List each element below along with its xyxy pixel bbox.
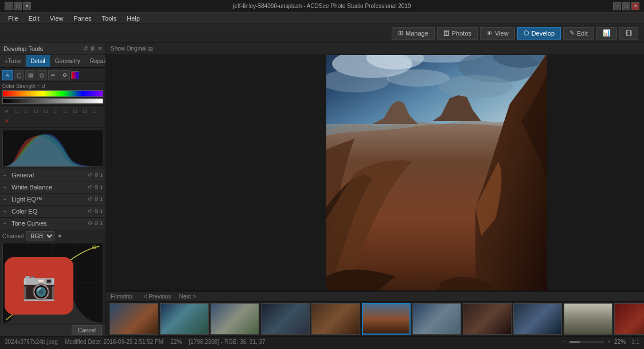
minimize-btn[interactable]: ─ bbox=[5, 2, 13, 10]
bw-strip[interactable] bbox=[2, 98, 103, 104]
chart-btn[interactable]: 📊 bbox=[596, 27, 617, 40]
leq-settings-icon[interactable]: ⚙ bbox=[94, 196, 99, 202]
menu-help[interactable]: Help bbox=[122, 14, 145, 23]
ceq-settings-icon[interactable]: ⚙ bbox=[94, 208, 99, 214]
maximize-btn[interactable]: □ bbox=[14, 2, 22, 10]
edit-tool-7[interactable]: □ bbox=[61, 107, 70, 116]
radial-tool[interactable]: ◎ bbox=[37, 70, 47, 80]
thumbnail-1[interactable] bbox=[110, 303, 158, 335]
thumbnail-9[interactable] bbox=[513, 303, 562, 335]
general-info-icon[interactable]: ℹ bbox=[100, 172, 102, 178]
close-btn-2[interactable]: ✕ bbox=[631, 2, 639, 10]
film-btn[interactable]: 🎞 bbox=[619, 27, 638, 40]
zoom-plus-btn[interactable]: + bbox=[607, 339, 611, 345]
menu-panes[interactable]: Panes bbox=[69, 14, 96, 23]
histogram bbox=[2, 130, 103, 167]
image-container[interactable] bbox=[106, 55, 644, 290]
edit-tool-10[interactable]: □ bbox=[90, 107, 99, 116]
color-picker[interactable] bbox=[71, 71, 79, 79]
thumbnail-5[interactable] bbox=[311, 303, 360, 335]
settings2-icon[interactable]: ⚙ bbox=[60, 70, 70, 80]
close-panel-icon[interactable]: ✕ bbox=[97, 45, 102, 52]
zoom-fit-btn[interactable]: 1:1 bbox=[631, 339, 639, 345]
image-toolbar: Show Original ▤ bbox=[106, 42, 644, 55]
camera-large-icon: 📷 bbox=[22, 270, 56, 302]
eye-icon: 👁 bbox=[486, 30, 493, 37]
menu-edit[interactable]: Edit bbox=[24, 14, 44, 23]
left-panel: Develop Tools ↺ ⚙ ✕ + Tune Detail Geomet… bbox=[0, 42, 106, 336]
svg-point-17 bbox=[438, 75, 513, 98]
edit-tool-red[interactable]: ✕ bbox=[2, 117, 11, 126]
maximize-btn-2[interactable]: □ bbox=[622, 2, 630, 10]
color-spectrum[interactable] bbox=[2, 90, 103, 97]
cancel-button[interactable]: Cancel bbox=[72, 325, 102, 335]
wb-reset-icon[interactable]: ↺ bbox=[88, 184, 92, 190]
edit-tool-1[interactable]: ✓ bbox=[2, 107, 11, 116]
view-btn[interactable]: 👁 View bbox=[480, 27, 515, 40]
minimize-btn-2[interactable]: ─ bbox=[613, 2, 621, 10]
tc-settings-icon[interactable]: ⚙ bbox=[88, 220, 92, 226]
edit-tool-5[interactable]: □ bbox=[41, 107, 50, 116]
gradient-tool[interactable]: ▤ bbox=[25, 70, 36, 80]
leq-info-icon[interactable]: ℹ bbox=[100, 196, 102, 202]
edit-tool-8[interactable]: □ bbox=[71, 107, 80, 116]
thumbnail-10[interactable] bbox=[564, 303, 612, 335]
zoom-slider[interactable] bbox=[569, 341, 604, 343]
menu-view[interactable]: View bbox=[45, 14, 68, 23]
settings-icon[interactable]: ⚙ bbox=[90, 45, 95, 52]
top-toolbar: ⊞ Manage 🖼 Photos 👁 View ⬡ Develop ✎ Edi… bbox=[0, 24, 644, 42]
wb-info-icon[interactable]: ℹ bbox=[100, 184, 102, 190]
general-settings-icon[interactable]: ⚙ bbox=[94, 172, 99, 178]
menu-tools[interactable]: Tools bbox=[97, 14, 122, 23]
status-zoom: 22% bbox=[170, 339, 182, 345]
thumbnail-current[interactable] bbox=[362, 303, 411, 335]
ceq-info-icon[interactable]: ℹ bbox=[100, 208, 102, 214]
general-reset-icon[interactable]: ↺ bbox=[88, 172, 92, 178]
zoom-minus-btn[interactable]: − bbox=[563, 339, 566, 345]
edit-tool-4[interactable]: □ bbox=[32, 107, 41, 116]
menu-file[interactable]: File bbox=[3, 14, 23, 23]
thumbnail-2[interactable] bbox=[160, 303, 209, 335]
tab-detail[interactable]: Detail bbox=[26, 55, 50, 67]
thumbnail-7[interactable] bbox=[412, 303, 461, 335]
develop-btn[interactable]: ⬡ Develop bbox=[517, 27, 561, 40]
brush-tool[interactable]: A bbox=[2, 70, 13, 80]
close-btn[interactable]: ✕ bbox=[23, 2, 31, 10]
adj-leq-header[interactable]: + Light EQ™ ↺ ⚙ ℹ bbox=[0, 193, 106, 205]
tc-extra-icon[interactable]: ⚙ bbox=[94, 220, 99, 226]
thumbnail-11[interactable] bbox=[614, 303, 644, 335]
edit-tool-2[interactable]: □ bbox=[12, 107, 21, 116]
ceq-reset-icon[interactable]: ↺ bbox=[88, 208, 92, 214]
thumbnail-3[interactable] bbox=[210, 303, 259, 335]
adj-ceq-header[interactable]: + Color EQ ↺ ⚙ ℹ bbox=[0, 205, 106, 217]
tc-info-icon[interactable]: ℹ bbox=[100, 220, 102, 226]
edit-tool-6[interactable]: □ bbox=[51, 107, 60, 116]
manage-btn[interactable]: ⊞ Manage bbox=[392, 27, 435, 40]
prev-btn[interactable]: < Previous bbox=[142, 293, 174, 300]
edit-tool-3[interactable]: □ bbox=[22, 107, 31, 116]
channel-select[interactable]: RGB bbox=[26, 231, 54, 241]
pen-tool[interactable]: ✏ bbox=[48, 70, 58, 80]
wb-settings-icon[interactable]: ⚙ bbox=[94, 184, 99, 190]
channel-more-icon[interactable]: ▼ bbox=[57, 233, 63, 239]
status-dimensions: 3024x3767x24b.jpeg bbox=[5, 339, 58, 345]
tab-geometry[interactable]: Geometry bbox=[50, 55, 85, 67]
adj-tc-header[interactable]: − Tone Curves ⚙ ⚙ ℹ bbox=[0, 218, 106, 229]
adj-wb-header[interactable]: + White Balance ↺ ⚙ ℹ bbox=[0, 181, 106, 193]
tab-tune[interactable]: + Tune bbox=[0, 55, 26, 67]
thumbnail-4[interactable] bbox=[261, 303, 310, 335]
show-original-btn[interactable]: Show Original ▤ bbox=[111, 45, 153, 52]
adj-general-header[interactable]: + General ↺ ⚙ ℹ bbox=[0, 169, 106, 181]
edit-tool-9[interactable]: □ bbox=[80, 107, 89, 116]
select-tool[interactable]: ▢ bbox=[14, 70, 24, 80]
adj-general: + General ↺ ⚙ ℹ bbox=[0, 169, 106, 181]
adj-color-eq: + Color EQ ↺ ⚙ ℹ bbox=[0, 205, 106, 218]
leq-reset-icon[interactable]: ↺ bbox=[88, 196, 92, 202]
tab-repair[interactable]: Repair bbox=[85, 55, 106, 67]
grid-icon: ⊞ bbox=[398, 29, 403, 37]
edit-btn[interactable]: ✎ Edit bbox=[563, 27, 594, 40]
next-btn[interactable]: Next > bbox=[177, 293, 198, 300]
thumbnail-8[interactable] bbox=[463, 303, 512, 335]
refresh-icon[interactable]: ↺ bbox=[83, 45, 88, 52]
photos-btn[interactable]: 🖼 Photos bbox=[437, 27, 478, 40]
